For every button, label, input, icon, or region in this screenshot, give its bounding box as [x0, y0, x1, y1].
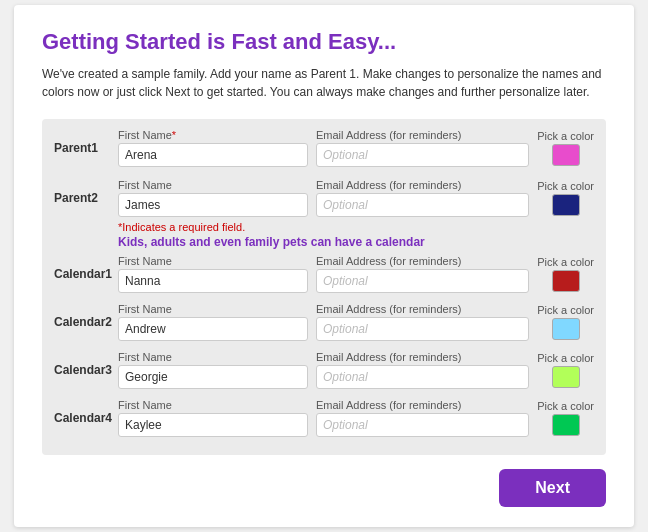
calendar2-email-group: Email Address (for reminders): [316, 303, 529, 341]
calendar4-name-input[interactable]: [118, 413, 308, 437]
parent2-name-input[interactable]: [118, 193, 308, 217]
calendar1-name-group: First Name: [118, 255, 308, 293]
parent2-email-group: Email Address (for reminders): [316, 179, 529, 217]
page-title: Getting Started is Fast and Easy...: [42, 29, 606, 55]
button-row: Next: [42, 469, 606, 507]
calendar1-color-group: Pick a color: [537, 256, 594, 292]
calendar3-name-input[interactable]: [118, 365, 308, 389]
calendar3-row: Calendar3 First Name Email Address (for …: [54, 351, 594, 389]
calendar1-email-group: Email Address (for reminders): [316, 255, 529, 293]
calendar2-email-input[interactable]: [316, 317, 529, 341]
parent1-label: Parent1: [54, 141, 118, 155]
calendar2-name-label: First Name: [118, 303, 308, 315]
calendar1-name-input[interactable]: [118, 269, 308, 293]
calendar3-color-swatch[interactable]: [552, 366, 580, 388]
parent1-email-input[interactable]: [316, 143, 529, 167]
parent2-name-label: First Name: [118, 179, 308, 191]
parent2-email-input[interactable]: [316, 193, 529, 217]
calendar3-email-input[interactable]: [316, 365, 529, 389]
parent1-color-label: Pick a color: [537, 130, 594, 142]
calendar4-color-group: Pick a color: [537, 400, 594, 436]
kids-note: Kids, adults and even family pets can ha…: [118, 235, 594, 249]
parent1-color-group: Pick a color: [537, 130, 594, 166]
parent1-fields: First Name* Email Address (for reminders…: [118, 129, 594, 167]
calendar2-name-group: First Name: [118, 303, 308, 341]
parent1-name-group: First Name*: [118, 129, 308, 167]
calendar2-name-input[interactable]: [118, 317, 308, 341]
calendar3-fields: First Name Email Address (for reminders)…: [118, 351, 594, 389]
calendar2-color-group: Pick a color: [537, 304, 594, 340]
calendar4-fields: First Name Email Address (for reminders)…: [118, 399, 594, 437]
calendar1-name-label: First Name: [118, 255, 308, 267]
parent1-email-group: Email Address (for reminders): [316, 129, 529, 167]
form-area: Parent1 First Name* Email Address (for r…: [42, 119, 606, 455]
calendar1-row: Calendar1 First Name Email Address (for …: [54, 255, 594, 293]
calendar2-label: Calendar2: [54, 315, 118, 329]
calendar1-color-swatch[interactable]: [552, 270, 580, 292]
calendar4-color-swatch[interactable]: [552, 414, 580, 436]
parent1-name-label: First Name*: [118, 129, 308, 141]
parent2-color-swatch[interactable]: [552, 194, 580, 216]
calendar3-label: Calendar3: [54, 363, 118, 377]
calendar2-color-swatch[interactable]: [552, 318, 580, 340]
calendar1-color-label: Pick a color: [537, 256, 594, 268]
parent1-row: Parent1 First Name* Email Address (for r…: [54, 129, 594, 167]
calendar1-label: Calendar1: [54, 267, 118, 281]
calendar3-color-group: Pick a color: [537, 352, 594, 388]
calendar4-color-label: Pick a color: [537, 400, 594, 412]
parent2-color-label: Pick a color: [537, 180, 594, 192]
calendar4-email-label: Email Address (for reminders): [316, 399, 529, 411]
calendar2-color-label: Pick a color: [537, 304, 594, 316]
calendar1-email-input[interactable]: [316, 269, 529, 293]
calendar2-fields: First Name Email Address (for reminders)…: [118, 303, 594, 341]
parent1-name-input[interactable]: [118, 143, 308, 167]
parent2-label: Parent2: [54, 191, 118, 205]
parent2-row: Parent2 First Name Email Address (for re…: [54, 179, 594, 217]
parent2-name-group: First Name: [118, 179, 308, 217]
calendar3-email-group: Email Address (for reminders): [316, 351, 529, 389]
calendar4-name-group: First Name: [118, 399, 308, 437]
calendar3-name-group: First Name: [118, 351, 308, 389]
parent2-fields: First Name Email Address (for reminders)…: [118, 179, 594, 217]
parent2-email-label: Email Address (for reminders): [316, 179, 529, 191]
calendar4-row: Calendar4 First Name Email Address (for …: [54, 399, 594, 437]
required-note: *Indicates a required field.: [118, 221, 594, 233]
calendar2-email-label: Email Address (for reminders): [316, 303, 529, 315]
page-subtitle: We've created a sample family. Add your …: [42, 65, 606, 101]
calendar3-color-label: Pick a color: [537, 352, 594, 364]
getting-started-card: Getting Started is Fast and Easy... We'v…: [14, 5, 634, 527]
calendar2-row: Calendar2 First Name Email Address (for …: [54, 303, 594, 341]
calendar4-label: Calendar4: [54, 411, 118, 425]
calendar4-email-input[interactable]: [316, 413, 529, 437]
parent1-email-label: Email Address (for reminders): [316, 129, 529, 141]
parent1-color-swatch[interactable]: [552, 144, 580, 166]
calendar3-email-label: Email Address (for reminders): [316, 351, 529, 363]
next-button[interactable]: Next: [499, 469, 606, 507]
calendar3-name-label: First Name: [118, 351, 308, 363]
parent2-color-group: Pick a color: [537, 180, 594, 216]
calendar1-email-label: Email Address (for reminders): [316, 255, 529, 267]
calendar4-name-label: First Name: [118, 399, 308, 411]
calendar4-email-group: Email Address (for reminders): [316, 399, 529, 437]
calendar1-fields: First Name Email Address (for reminders)…: [118, 255, 594, 293]
